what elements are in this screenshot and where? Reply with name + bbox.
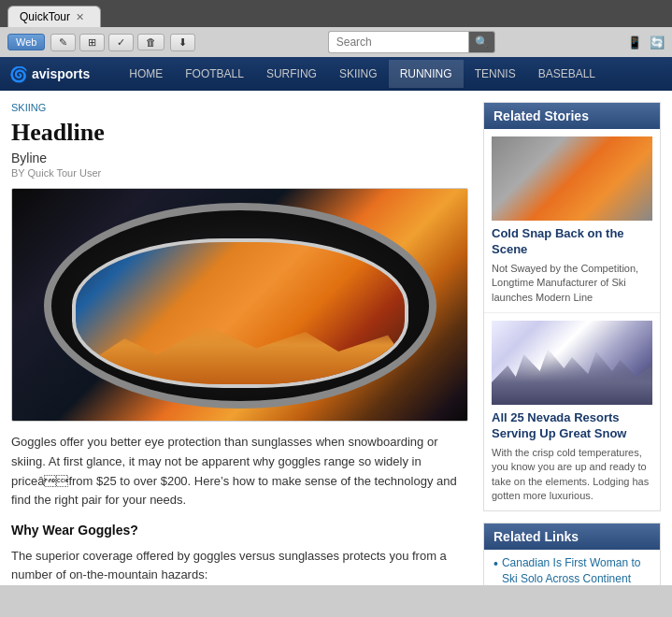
article-byline: Byline xyxy=(11,151,468,165)
related-links-section: Related Links • Canadian Is First Woman … xyxy=(483,523,661,585)
related-link-text-1[interactable]: Canadian Is First Woman to Ski Solo Acro… xyxy=(502,555,651,585)
tab-close-button[interactable]: ✕ xyxy=(76,11,84,23)
site-nav: 🌀 avisports HOME FOOTBALL SURFING SKIING… xyxy=(0,57,672,91)
search-input[interactable] xyxy=(328,31,468,53)
article-headline: Headline xyxy=(11,119,468,147)
article-para-2: The superior coverage offered by goggles… xyxy=(11,547,468,585)
download-button[interactable]: ⬇ xyxy=(170,34,195,51)
tab-title: QuickTour xyxy=(20,10,70,23)
article-subheading: Why Wear Goggles? xyxy=(11,520,468,540)
site-logo: 🌀 avisports xyxy=(9,65,90,83)
story-title-1[interactable]: Cold Snap Back on the Scene xyxy=(492,226,652,258)
nav-surfing[interactable]: SURFING xyxy=(255,60,328,88)
action-buttons: ⬇ xyxy=(170,34,195,51)
check-tool-button[interactable]: ✓ xyxy=(108,34,134,51)
story-image-2 xyxy=(492,321,652,405)
nav-buttons: Web xyxy=(7,34,45,50)
address-bar-row: Web ✎ ⊞ ✓ 🗑 ⬇ 🔍 📱 🔄 xyxy=(0,27,672,57)
sidebar: Related Stories Cold Snap Back on the Sc… xyxy=(483,102,661,585)
story-image-1 xyxy=(492,136,652,221)
device-icons: 📱 🔄 xyxy=(627,36,665,50)
mountain-reflection xyxy=(76,319,405,384)
nav-home[interactable]: HOME xyxy=(118,60,174,88)
article-para-1: Goggles offer you better eye protection … xyxy=(11,433,468,510)
article-image xyxy=(11,188,468,422)
grid-tool-button[interactable]: ⊞ xyxy=(79,34,105,51)
nav-football[interactable]: FOOTBALL xyxy=(174,60,255,88)
link-bullet-icon: • xyxy=(493,556,498,571)
nav-links: HOME FOOTBALL SURFING SKIING RUNNING TEN… xyxy=(118,60,607,88)
goggle-lens xyxy=(72,238,408,388)
breadcrumb: SKIING xyxy=(11,102,468,113)
story-desc-2: With the crisp cold temperatures, you kn… xyxy=(492,446,652,504)
main-article: SKIING Headline Byline BY Quick Tour Use… xyxy=(11,102,483,585)
trash-tool-button[interactable]: 🗑 xyxy=(137,34,164,50)
related-link-item-1[interactable]: • Canadian Is First Woman to Ski Solo Ac… xyxy=(484,550,660,585)
search-container: 🔍 xyxy=(328,31,495,53)
web-button[interactable]: Web xyxy=(7,34,45,50)
related-links-title: Related Links xyxy=(484,524,660,550)
story-card-1[interactable]: Cold Snap Back on the Scene Not Swayed b… xyxy=(484,129,660,313)
mobile-icon[interactable]: 📱 xyxy=(627,36,642,50)
story-title-2[interactable]: All 25 Nevada Resorts Serving Up Great S… xyxy=(492,410,652,442)
related-stories-section: Related Stories Cold Snap Back on the Sc… xyxy=(483,102,661,511)
tab-bar: QuickTour ✕ xyxy=(7,6,665,27)
story-card-2[interactable]: All 25 Nevada Resorts Serving Up Great S… xyxy=(484,313,660,510)
search-button[interactable]: 🔍 xyxy=(468,31,495,53)
nav-baseball[interactable]: BASEBALL xyxy=(527,60,607,88)
article-body: Goggles offer you better eye protection … xyxy=(11,433,468,585)
related-stories-title: Related Stories xyxy=(484,103,660,129)
text-tool-button[interactable]: ✎ xyxy=(50,34,76,51)
nav-skiing[interactable]: SKIING xyxy=(328,60,389,88)
logo-text: avisports xyxy=(32,66,90,81)
snow-trees xyxy=(492,349,652,405)
story-desc-1: Not Swayed by the Competition, Longtime … xyxy=(492,262,652,305)
goggle-outer xyxy=(44,203,436,409)
page-wrapper: 🌀 avisports HOME FOOTBALL SURFING SKIING… xyxy=(0,57,672,585)
article-author: BY Quick Tour User xyxy=(11,167,468,179)
nav-running[interactable]: RUNNING xyxy=(389,60,464,88)
nav-tennis[interactable]: TENNIS xyxy=(464,60,527,88)
content-area: SKIING Headline Byline BY Quick Tour Use… xyxy=(0,91,672,585)
browser-chrome: QuickTour ✕ xyxy=(0,0,672,27)
logo-icon: 🌀 xyxy=(9,65,28,83)
tool-buttons: ✎ ⊞ ✓ 🗑 xyxy=(50,34,164,51)
refresh-icon[interactable]: 🔄 xyxy=(650,36,665,50)
browser-tab[interactable]: QuickTour ✕ xyxy=(7,6,101,27)
